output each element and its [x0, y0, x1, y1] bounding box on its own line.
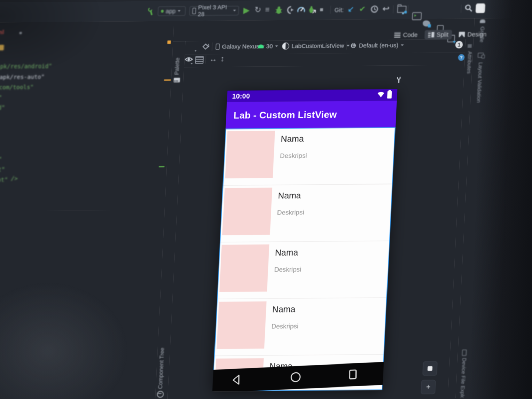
code-view-icon: [394, 32, 401, 38]
logcat-icon[interactable]: [423, 20, 431, 26]
code-line: nt": [0, 166, 5, 173]
chevron-down-icon: [191, 63, 193, 64]
device-dropdown[interactable]: Galaxy Nexus: [215, 42, 265, 51]
divider: [448, 39, 466, 398]
search-icon[interactable]: [464, 4, 473, 12]
gradle-tab-label: Gradle: [478, 26, 486, 43]
device-dropdown-label: Galaxy Nexus: [222, 43, 259, 50]
design-toolbar: Galaxy Nexus 30 LabCustomListView Defaul…: [184, 39, 466, 67]
tab-code[interactable]: Code: [394, 32, 418, 38]
chevron-down-icon: [275, 45, 278, 47]
item-name: Nama: [281, 134, 304, 144]
code-line: ent": [0, 176, 8, 183]
item-description: Deskripsi: [274, 266, 301, 273]
tab-close-icon[interactable]: [19, 32, 22, 34]
error-count-badge[interactable]: 1: [455, 41, 463, 48]
divider: [393, 5, 394, 13]
tab-split[interactable]: Split: [424, 30, 452, 39]
gradle-tab[interactable]: Gradle: [475, 19, 489, 56]
render-options-wrench-icon[interactable]: [395, 76, 402, 83]
theme-label: LabCustomListView: [291, 42, 344, 50]
zoom-in-button[interactable]: +: [421, 380, 436, 394]
warning-stripe-mark[interactable]: [164, 79, 171, 81]
device-preview[interactable]: 10:00 Lab - Custom ListView Nama Deskrip…: [212, 89, 397, 391]
back-icon: [230, 373, 243, 387]
api-level-dropdown[interactable]: 30: [258, 42, 278, 51]
editor-tab-fragment[interactable]: ml: [0, 29, 4, 36]
build-wrench-icon[interactable]: [147, 7, 155, 16]
run-button[interactable]: ▶: [243, 5, 250, 15]
globe-icon: [350, 43, 357, 49]
locale-label: Default (en-us): [359, 42, 398, 49]
item-image: [216, 301, 267, 349]
git-commit-check-icon[interactable]: ✔: [359, 5, 366, 13]
profiler-gauge-icon[interactable]: [297, 6, 306, 13]
device-file-explorer-tab-label: Device File Explorer: [459, 358, 468, 398]
item-name: Nama: [275, 247, 298, 258]
palette-icon: [174, 78, 180, 82]
theme-icon: [282, 43, 289, 50]
debug-bug-icon[interactable]: [275, 6, 283, 15]
terminal-icon[interactable]: [412, 12, 422, 20]
code-editor: ml pk/res/android" apk/res-auto" com/too…: [0, 21, 174, 228]
list-item[interactable]: Nama Deskripsi: [214, 298, 387, 356]
theme-dropdown[interactable]: LabCustomListView: [282, 41, 350, 50]
wifi-icon: [377, 92, 385, 98]
tab-split-label: Split: [436, 31, 449, 38]
device-select[interactable]: Pixel 3 API 28: [189, 6, 239, 16]
stop-button[interactable]: ■: [320, 6, 324, 13]
tab-code-label: Code: [403, 32, 418, 38]
zoom-to-fit-icon: [427, 366, 432, 371]
attach-debugger-process-icon[interactable]: [308, 6, 317, 14]
item-name: Nama: [272, 304, 295, 314]
help-badge[interactable]: ?: [458, 54, 465, 61]
main-toolbar: app Pixel 3 API 28 ▶ ↻ ≡ ■ Git: ↙ ✔ ↩: [0, 0, 532, 23]
project-folder-icon[interactable]: [397, 6, 407, 13]
code-line: pk/res/android": [0, 63, 52, 70]
code-line: t": [0, 156, 2, 163]
battery-icon: [387, 91, 392, 99]
code-close-tag: />: [11, 175, 18, 182]
zoom-to-fit-button[interactable]: [422, 361, 437, 376]
phone-icon: [215, 44, 220, 50]
help-label: ?: [460, 55, 463, 60]
design-surface-icon[interactable]: [189, 43, 197, 50]
run-config-label: app: [166, 8, 176, 15]
item-image: [222, 188, 272, 235]
profiler-list-icon[interactable]: ≡: [265, 5, 270, 14]
view-options-eye-icon[interactable]: [184, 56, 193, 63]
home-icon: [289, 370, 302, 384]
layout-validation-tab[interactable]: Layout Validation: [472, 52, 488, 118]
orientation-icon[interactable]: [202, 43, 210, 51]
settings-icon[interactable]: [475, 4, 485, 13]
list-item[interactable]: Nama Deskripsi: [217, 241, 390, 299]
divider: [330, 6, 331, 14]
layout-list-icon[interactable]: [195, 56, 204, 64]
gradle-icon: [480, 19, 485, 23]
status-time: 10:00: [232, 92, 250, 100]
locale-dropdown[interactable]: Default (en-us): [350, 41, 404, 50]
rollback-icon[interactable]: ↩: [382, 4, 390, 13]
device-file-explorer-tab[interactable]: Device File Explorer: [457, 349, 471, 398]
ok-stripe-mark[interactable]: [159, 166, 165, 167]
git-update-icon[interactable]: ↙: [348, 5, 355, 13]
attach-debugger-icon[interactable]: [286, 6, 295, 14]
component-tree-tab[interactable]: Component Tree: [154, 350, 169, 399]
orientation-vertical-icon[interactable]: ↕: [220, 54, 225, 63]
palette-tab-label: Palette: [174, 44, 182, 75]
run-configuration-select[interactable]: app: [158, 6, 185, 16]
history-clock-icon[interactable]: [370, 5, 379, 13]
design-view-icon: [459, 32, 465, 37]
divider: [212, 43, 213, 51]
attributes-tab-label: Attributes: [466, 51, 473, 74]
error-stripe-mark[interactable]: [167, 40, 171, 44]
git-label: Git:: [334, 7, 344, 13]
rerun-icon[interactable]: ↻: [254, 5, 262, 14]
orientation-horizontal-icon[interactable]: ↔: [209, 54, 217, 63]
item-image: [225, 131, 275, 178]
item-description: Deskripsi: [271, 323, 299, 330]
list-item[interactable]: Nama Deskripsi: [223, 127, 395, 185]
listview[interactable]: Nama Deskripsi Nama Deskripsi Nama Deskr…: [212, 127, 395, 391]
list-item[interactable]: Nama Deskripsi: [220, 184, 393, 242]
component-tree-icon: [157, 391, 164, 398]
